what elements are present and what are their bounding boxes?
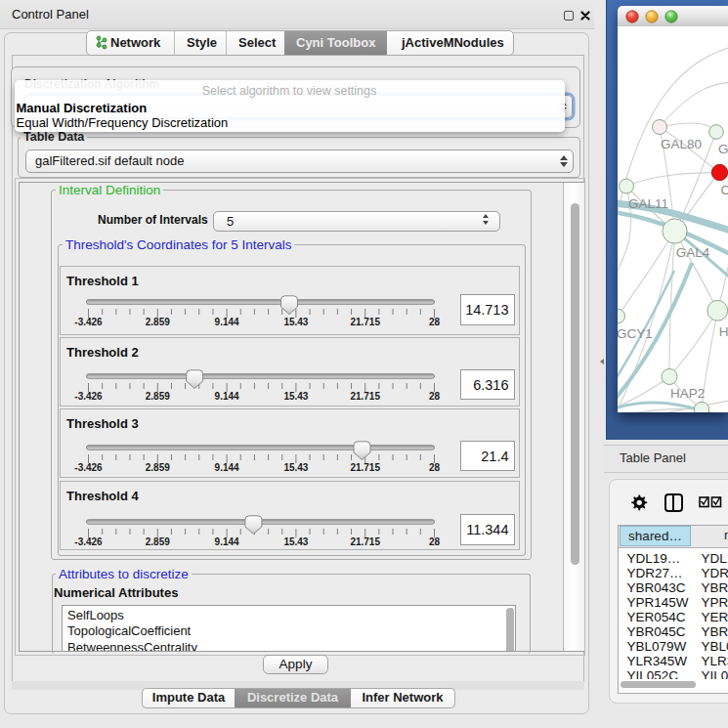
svg-text:HAP2: HAP2 xyxy=(670,386,705,401)
svg-text:21.715: 21.715 xyxy=(350,391,380,402)
svg-text:HI: HI xyxy=(719,324,728,339)
svg-text:9.144: 9.144 xyxy=(215,462,239,473)
svg-text:-3.426: -3.426 xyxy=(74,317,103,327)
svg-text:GAL11: GAL11 xyxy=(628,196,668,211)
svg-text:2.859: 2.859 xyxy=(146,391,170,402)
svg-text:GAL2: GAL2 xyxy=(718,142,728,156)
svg-text:21.715: 21.715 xyxy=(350,317,380,327)
svg-text:2.859: 2.859 xyxy=(146,462,170,473)
svg-text:GAL4: GAL4 xyxy=(676,245,710,260)
svg-text:9.144: 9.144 xyxy=(215,317,239,327)
svg-text:15.43: 15.43 xyxy=(283,317,308,327)
svg-text:28: 28 xyxy=(429,391,441,402)
svg-text:28: 28 xyxy=(429,536,441,547)
svg-text:9.144: 9.144 xyxy=(215,391,239,402)
svg-text:28: 28 xyxy=(429,317,441,327)
svg-text:GAL80: GAL80 xyxy=(661,137,702,151)
svg-text:28: 28 xyxy=(429,462,441,473)
svg-text:-3.426: -3.426 xyxy=(74,536,103,547)
svg-text:-3.426: -3.426 xyxy=(74,462,103,473)
svg-text:15.43: 15.43 xyxy=(283,462,308,473)
svg-text:21.715: 21.715 xyxy=(350,536,380,547)
svg-text:GCY1: GCY1 xyxy=(618,326,653,341)
svg-text:9.144: 9.144 xyxy=(215,536,239,547)
svg-text:-3.426: -3.426 xyxy=(74,391,103,402)
svg-text:15.43: 15.43 xyxy=(283,391,308,402)
svg-text:15.43: 15.43 xyxy=(283,536,308,547)
svg-text:2.859: 2.859 xyxy=(146,536,170,547)
svg-text:CY: CY xyxy=(721,183,728,197)
svg-text:2.859: 2.859 xyxy=(146,317,170,327)
svg-text:21.715: 21.715 xyxy=(350,462,380,473)
